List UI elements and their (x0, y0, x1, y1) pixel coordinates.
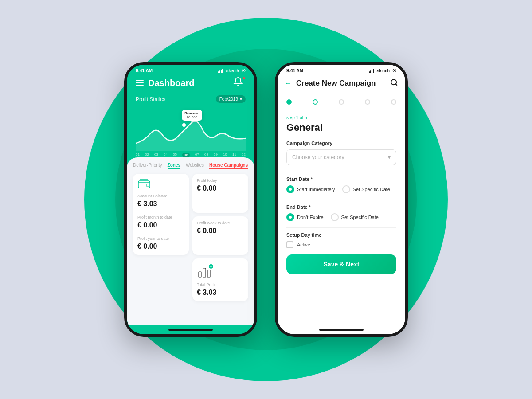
step-2-dot (313, 99, 318, 105)
wallet-icon (137, 178, 184, 191)
divider-2 (286, 200, 396, 200)
chart-section: Profit Statics Feb/2019 ▾ Revenue 20,00€ (127, 95, 254, 157)
stat-card-account-balance: Account Balance € 3.03 Profit month to d… (133, 174, 189, 255)
time-label: 9:41 AM (136, 68, 153, 73)
start-immediately-radio[interactable] (286, 185, 294, 193)
signal-icon (218, 69, 223, 73)
campaign-header: ← Create New Campaign (278, 75, 405, 94)
search-button[interactable] (390, 78, 398, 88)
end-date-radio-group: Don't Expire Set Specific Date (286, 213, 396, 221)
profit-month-value: € 0.00 (137, 221, 184, 229)
profit-month-label: Profit month to date (137, 215, 184, 219)
profit-year-label: Profit year to date (137, 236, 184, 241)
phone-campaign: 9:41 AM Sketch ☉ ← Create New Campaign (275, 62, 408, 337)
svg-rect-1 (146, 184, 149, 186)
bar-chart-icon (197, 274, 215, 282)
dont-expire-label: Don't Expire (297, 215, 324, 220)
form-content: step 1 of 5 General Campaign Category Ch… (278, 108, 405, 325)
set-specific-date-end-option[interactable]: Set Specific Date (331, 213, 379, 221)
account-balance-label: Account Balance (137, 194, 184, 198)
campaign-header-left: ← Create New Campaign (285, 79, 376, 88)
setup-day-time-label: Setup Day time (286, 232, 396, 238)
svg-rect-3 (203, 268, 206, 277)
profit-year-value: € 0.00 (137, 243, 184, 250)
form-section-title: General (286, 122, 396, 133)
stats-grid: Account Balance € 3.03 Profit month to d… (133, 174, 248, 301)
set-specific-date-end-radio[interactable] (331, 213, 339, 221)
header-left: Dashboard (136, 78, 194, 88)
chart-area: Revenue 20,00€ (136, 106, 246, 151)
end-date-label: End Date * (286, 204, 396, 210)
total-profit-value: € 3.03 (197, 289, 244, 297)
account-balance-value: € 3.03 (137, 200, 184, 208)
wifi-icon-2: ☉ (392, 68, 396, 73)
chart-tooltip: Revenue 20,00€ (182, 110, 202, 121)
svg-point-8 (391, 79, 396, 85)
category-placeholder: Choose your category (292, 154, 344, 160)
step-label: step 1 of 5 (286, 115, 396, 120)
total-profit-label: Total Profit (197, 282, 244, 287)
tab-zones[interactable]: Zones (168, 163, 180, 169)
bell-icon[interactable] (233, 77, 246, 89)
phones-container: 9:41 AM Sketch ☉ Dashboard (124, 62, 408, 337)
save-next-button[interactable]: Save & Next (286, 254, 396, 274)
steps-line (286, 99, 396, 105)
wifi-icon: ☉ (242, 68, 246, 73)
set-specific-date-start-radio[interactable] (342, 185, 350, 193)
start-immediately-label: Start Immediately (297, 187, 335, 192)
start-date-radio-group: Start Immediately Set Specific Date (286, 185, 396, 193)
profit-today-value: € 0.00 (197, 184, 244, 192)
status-icons-2: Sketch ☉ (369, 68, 396, 73)
status-icons: Sketch ☉ (218, 68, 246, 73)
chart-active-dot (182, 123, 186, 127)
step-4-dot (365, 99, 370, 105)
dashboard-title: Dashboard (148, 78, 194, 88)
svg-rect-0 (138, 181, 150, 188)
cards-area: Deliver-Priority Zones Websites House Ca… (127, 157, 254, 325)
svg-rect-4 (207, 270, 210, 277)
step-line-4 (370, 102, 391, 102)
campaign-category-label: Campaign Category (286, 141, 396, 146)
tabs: Deliver-Priority Zones Websites House Ca… (133, 163, 248, 169)
time-label-2: 9:41 AM (286, 68, 303, 73)
notification-dot (243, 77, 246, 80)
category-select[interactable]: Choose your category ▾ (286, 149, 396, 165)
active-checkbox-group: Active (286, 241, 396, 248)
chart-title: Profit Statics (136, 96, 165, 102)
tab-deliver-priority[interactable]: Deliver-Priority (133, 163, 162, 169)
start-immediately-option[interactable]: Start Immediately (286, 185, 335, 193)
phone-dashboard: 9:41 AM Sketch ☉ Dashboard (124, 62, 257, 337)
divider-3 (286, 227, 396, 228)
tab-websites[interactable]: Websites (186, 163, 204, 169)
dont-expire-option[interactable]: Don't Expire (286, 213, 324, 221)
status-bar-campaign: 9:41 AM Sketch ☉ (278, 65, 405, 75)
profit-today-label: Profit today (197, 178, 244, 183)
step-5-dot (391, 99, 396, 105)
stat-card-total-profit: Total Profit € 3.03 (192, 258, 248, 301)
svg-rect-2 (199, 272, 201, 277)
divider-1 (286, 172, 396, 172)
active-checkbox[interactable] (286, 241, 293, 248)
step-line-3 (344, 102, 365, 102)
chart-header: Profit Statics Feb/2019 ▾ (136, 95, 246, 103)
active-checkbox-label: Active (297, 242, 310, 247)
back-button[interactable]: ← (285, 79, 292, 87)
step-line-1 (292, 102, 313, 102)
signal-icon-2 (369, 69, 374, 73)
carrier-label: Sketch (226, 69, 239, 73)
set-specific-date-start-option[interactable]: Set Specific Date (342, 185, 390, 193)
step-3-dot (339, 99, 344, 105)
stat-card-profit-week: Profit week to date € 0.00 (192, 216, 248, 255)
hamburger-icon[interactable] (136, 80, 144, 86)
set-specific-date-end-label: Set Specific Date (341, 215, 379, 220)
step-line-2 (318, 102, 339, 102)
status-bar-dashboard: 9:41 AM Sketch ☉ (127, 65, 254, 75)
date-filter-badge[interactable]: Feb/2019 ▾ (216, 95, 246, 103)
home-indicator-2 (319, 329, 364, 331)
dont-expire-radio[interactable] (286, 213, 294, 221)
profit-week-value: € 0.00 (197, 227, 244, 235)
stat-card-profit-today: Profit today € 0.00 (192, 174, 248, 213)
tab-house-campaigns[interactable]: House Campaigns (209, 163, 248, 169)
dashboard-header: Dashboard (127, 75, 254, 95)
profit-week-label: Profit week to date (197, 221, 244, 225)
